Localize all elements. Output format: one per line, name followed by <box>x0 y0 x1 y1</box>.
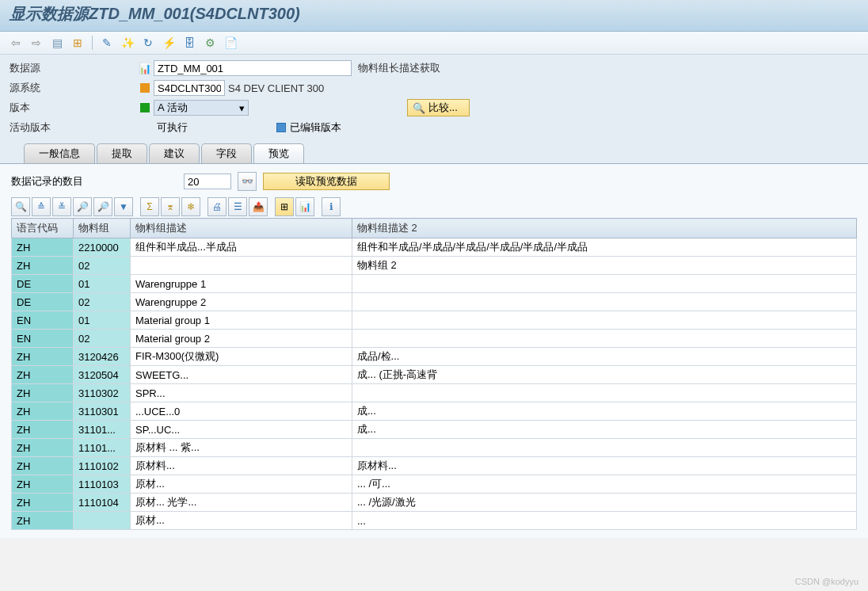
table-row[interactable]: DE02Warengruppe 2 <box>12 293 857 311</box>
details-icon[interactable]: 🔍 <box>11 197 30 216</box>
cell-desc2: ... /可... <box>352 475 857 494</box>
cell-desc2 <box>352 330 857 348</box>
col-header[interactable]: 物料组 <box>74 219 131 238</box>
cell-grp: 31101... <box>74 421 131 439</box>
cell-lang: ZH <box>12 475 74 494</box>
cell-desc2: ... /光源/激光 <box>352 494 857 512</box>
cell-grp: 02 <box>74 257 131 275</box>
cell-lang: ZH <box>12 402 74 421</box>
table-row[interactable]: EN01Material group 1 <box>12 311 857 330</box>
find-icon[interactable]: 🔎 <box>73 197 92 216</box>
cell-lang: DE <box>12 275 74 293</box>
print-icon[interactable]: 🖨 <box>207 197 227 216</box>
list-icon[interactable]: ▤ <box>49 35 65 51</box>
records-input[interactable] <box>184 173 231 189</box>
cell-grp: 2210000 <box>74 238 131 257</box>
alv-toolbar: 🔍 ≙ ≚ 🔎 🔎 ▼ Σ ⌆ ❄ 🖨 ☰ 📤 ⊞ 📊 ℹ <box>11 197 857 216</box>
form-area: 数据源 📊 物料组长描述获取 源系统 S4 DEV CLIENT 300 版本 … <box>0 55 868 143</box>
hierarchy-icon[interactable]: ⊞ <box>70 35 86 51</box>
sort-asc-icon[interactable]: ≙ <box>32 197 51 216</box>
where-used-icon[interactable]: ⚙ <box>202 35 218 51</box>
cell-grp: 02 <box>74 330 131 348</box>
col-header[interactable]: 物料组描述 <box>131 219 352 238</box>
cell-lang: EN <box>12 330 74 348</box>
cell-desc1: 原材... <box>131 475 352 494</box>
cell-desc2: 成品/检... <box>352 348 857 366</box>
cell-desc2: 组件和半成品/半成品/半成品/半成品/半成品/半成品 <box>352 238 857 257</box>
activate-icon[interactable]: ⚡ <box>161 35 177 51</box>
compare-icon: 🔍 <box>413 102 425 114</box>
chevron-down-icon: ▾ <box>239 102 245 114</box>
forward-icon[interactable]: ⇨ <box>29 35 44 51</box>
sort-desc-icon[interactable]: ≚ <box>52 197 71 216</box>
table-row[interactable]: ZH3120504SWEETG...成... (正挑-高速背 <box>12 366 857 384</box>
db-icon[interactable]: 🗄 <box>181 35 197 51</box>
table-row[interactable]: DE01Warengruppe 1 <box>12 275 857 293</box>
wand-icon[interactable]: ✨ <box>120 35 135 51</box>
layout-icon[interactable]: ⊞ <box>275 197 294 216</box>
chart-icon[interactable]: 📊 <box>295 197 314 216</box>
sourcesys-label: 源系统 <box>10 81 136 95</box>
title-bar: 显示数据源ZTD_MM_001(S4DCLNT300) <box>0 0 868 32</box>
find-next-icon[interactable]: 🔎 <box>93 197 112 216</box>
table-row[interactable]: ZH2210000组件和半成品...半成品组件和半成品/半成品/半成品/半成品/… <box>12 238 857 257</box>
cell-grp: 1110102 <box>74 457 131 475</box>
sum-icon[interactable]: Σ <box>140 197 159 216</box>
cell-grp: 01 <box>74 311 131 330</box>
tab-3[interactable]: 字段 <box>201 143 252 163</box>
tab-2[interactable]: 建议 <box>149 143 200 163</box>
glasses-icon[interactable]: 👓 <box>238 172 257 191</box>
datasource-input[interactable] <box>154 60 352 76</box>
table-row[interactable]: ZH原材...... <box>12 512 857 530</box>
table-row[interactable]: EN02Material group 2 <box>12 330 857 348</box>
cell-lang: ZH <box>12 457 74 475</box>
table-row[interactable]: ZH3110302SPR... <box>12 384 857 402</box>
page-title: 显示数据源ZTD_MM_001(S4DCLNT300) <box>10 3 858 25</box>
table-row[interactable]: ZH1110104原材... 光学...... /光源/激光 <box>12 494 857 512</box>
main-toolbar: ⇦ ⇨ ▤ ⊞ ✎ ✨ ↻ ⚡ 🗄 ⚙ 📄 <box>0 32 868 55</box>
subtotal-icon[interactable]: ⌆ <box>161 197 180 216</box>
cell-desc2 <box>352 439 857 457</box>
edit-icon[interactable]: ✎ <box>99 35 115 51</box>
table-row[interactable]: ZH3110301...UCE...0成... <box>12 402 857 421</box>
cell-grp: 02 <box>74 293 131 311</box>
tab-4[interactable]: 预览 <box>253 143 304 163</box>
compare-button[interactable]: 🔍 比较... <box>407 99 470 116</box>
records-label: 数据记录的数目 <box>11 174 177 189</box>
freeze-icon[interactable]: ❄ <box>181 197 200 216</box>
cell-desc1: Warengruppe 2 <box>131 293 352 311</box>
table-row[interactable]: ZH1110103原材...... /可... <box>12 475 857 494</box>
cell-desc1: SP...UC... <box>131 421 352 439</box>
back-icon[interactable]: ⇦ <box>8 35 24 51</box>
version-label: 版本 <box>10 101 136 115</box>
edited-version-text: 已编辑版本 <box>290 120 341 135</box>
table-row[interactable]: ZH3120426FIR-M300(仅微观)成品/检... <box>12 348 857 366</box>
doc-icon[interactable]: 📄 <box>223 35 238 51</box>
cell-desc1: SPR... <box>131 384 352 402</box>
separator <box>92 36 93 50</box>
table-row[interactable]: ZH02物料组 2 <box>12 257 857 275</box>
cell-lang: DE <box>12 293 74 311</box>
views-icon[interactable]: ☰ <box>228 197 247 216</box>
col-header[interactable]: 物料组描述 2 <box>352 219 857 238</box>
tab-1[interactable]: 提取 <box>97 143 147 163</box>
watermark: CSDN @kodyyu <box>795 577 858 586</box>
cell-lang: ZH <box>12 366 74 384</box>
tab-0[interactable]: 一般信息 <box>24 143 95 163</box>
table-row[interactable]: ZH1110102原材料...原材料... <box>12 457 857 475</box>
table-row[interactable]: ZH11101...原材料 ... 紫... <box>12 439 857 457</box>
cell-desc2: ... <box>352 512 857 530</box>
sourcesys-input[interactable] <box>154 80 225 96</box>
info-icon[interactable]: ℹ <box>322 197 341 216</box>
refresh-icon[interactable]: ↻ <box>140 35 156 51</box>
export-icon[interactable]: 📤 <box>249 197 268 216</box>
col-header[interactable]: 语言代码 <box>12 219 74 238</box>
cell-grp <box>74 512 131 530</box>
version-dropdown[interactable]: A 活动 ▾ <box>154 100 249 116</box>
filter-icon[interactable]: ▼ <box>114 197 133 216</box>
version-status-icon <box>136 103 154 112</box>
cell-grp: 3120504 <box>74 366 131 384</box>
active-version-label: 活动版本 <box>10 120 136 135</box>
read-preview-button[interactable]: 读取预览数据 <box>263 173 390 190</box>
table-row[interactable]: ZH31101...SP...UC...成... <box>12 421 857 439</box>
